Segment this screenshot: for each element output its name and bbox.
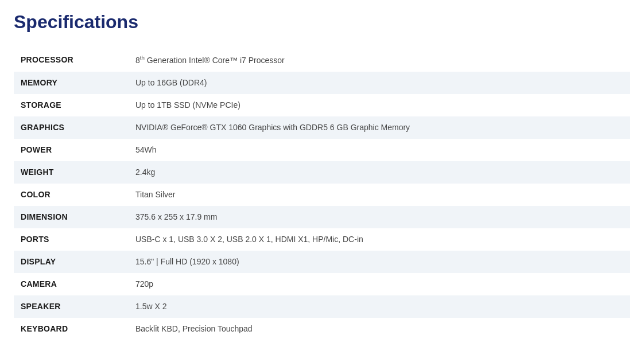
spec-value: Backlit KBD, Precision Touchpad (129, 318, 630, 339)
spec-label: STORAGE (14, 94, 129, 116)
spec-label: KEYBOARD (14, 318, 129, 339)
spec-label: PORTS (14, 228, 129, 251)
table-row: STORAGEUp to 1TB SSD (NVMe PCIe) (14, 94, 630, 116)
spec-label: GRAPHICS (14, 116, 129, 139)
spec-label: CAMERA (14, 273, 129, 295)
spec-value: Up to 1TB SSD (NVMe PCIe) (129, 94, 630, 116)
spec-value: 1.5w X 2 (129, 295, 630, 318)
spec-value: 2.4kg (129, 161, 630, 184)
spec-value: 375.6 x 255 x 17.9 mm (129, 206, 630, 228)
spec-value: 54Wh (129, 139, 630, 161)
table-row: PROCESSOR8th Generation Intel® Core™ i7 … (14, 49, 630, 72)
table-row: CAMERA720p (14, 273, 630, 295)
spec-label: PROCESSOR (14, 49, 129, 72)
spec-value: Titan Silver (129, 184, 630, 206)
spec-label: DIMENSION (14, 206, 129, 228)
page-title: Specifications (14, 11, 630, 33)
spec-value: 8th Generation Intel® Core™ i7 Processor (129, 49, 630, 72)
spec-label: WEIGHT (14, 161, 129, 184)
specifications-table: PROCESSOR8th Generation Intel® Core™ i7 … (14, 49, 630, 339)
spec-label: COLOR (14, 184, 129, 206)
spec-label: POWER (14, 139, 129, 161)
table-row: DIMENSION375.6 x 255 x 17.9 mm (14, 206, 630, 228)
table-row: POWER54Wh (14, 139, 630, 161)
table-row: MEMORYUp to 16GB (DDR4) (14, 72, 630, 94)
spec-label: SPEAKER (14, 295, 129, 318)
spec-value: NVIDIA® GeForce® GTX 1060 Graphics with … (129, 116, 630, 139)
spec-value: 15.6" | Full HD (1920 x 1080) (129, 251, 630, 273)
spec-value: USB-C x 1, USB 3.0 X 2, USB 2.0 X 1, HDM… (129, 228, 630, 251)
table-row: SPEAKER1.5w X 2 (14, 295, 630, 318)
spec-label: DISPLAY (14, 251, 129, 273)
spec-value: Up to 16GB (DDR4) (129, 72, 630, 94)
spec-value: 720p (129, 273, 630, 295)
table-row: WEIGHT2.4kg (14, 161, 630, 184)
table-row: GRAPHICSNVIDIA® GeForce® GTX 1060 Graphi… (14, 116, 630, 139)
table-row: COLORTitan Silver (14, 184, 630, 206)
table-row: PORTSUSB-C x 1, USB 3.0 X 2, USB 2.0 X 1… (14, 228, 630, 251)
table-row: DISPLAY15.6" | Full HD (1920 x 1080) (14, 251, 630, 273)
table-row: KEYBOARDBacklit KBD, Precision Touchpad (14, 318, 630, 339)
spec-label: MEMORY (14, 72, 129, 94)
